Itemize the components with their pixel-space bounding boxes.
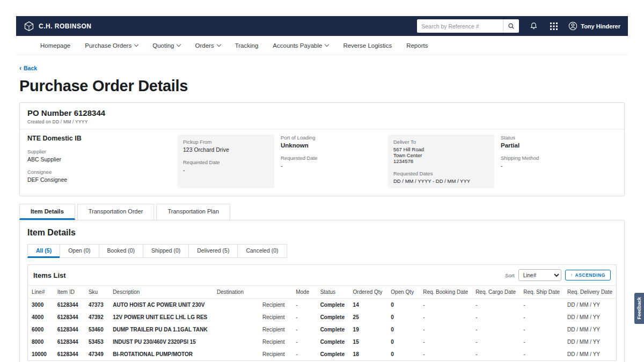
- filter-tab-canceled[interactable]: Canceled (0): [237, 244, 287, 258]
- supplier-value: ABC Supplier: [27, 156, 171, 162]
- nav-item-reports[interactable]: Reports: [406, 42, 428, 49]
- table-cell: DUMP TRAILER PU DA 1.1GAL TANK: [109, 323, 213, 336]
- table-cell: -: [519, 336, 564, 348]
- nav-item-label: Reports: [406, 42, 428, 49]
- table-cell: 0: [387, 299, 419, 312]
- tab-transportation-plan[interactable]: Transportation Plan: [156, 204, 230, 220]
- tab-transportation-order[interactable]: Transportation Order: [77, 204, 155, 220]
- table-cell: Recipient: [213, 336, 292, 348]
- table-cell: 47349: [85, 348, 109, 360]
- column-header: Sku: [85, 286, 109, 299]
- deliver-to-label: Deliver To: [393, 139, 489, 145]
- column-header: Ordered Qty: [349, 286, 387, 299]
- table-cell: -: [419, 348, 472, 360]
- filter-tab-booked[interactable]: Booked (0): [99, 244, 143, 258]
- table-cell: Complete: [317, 336, 349, 348]
- notifications-button[interactable]: [528, 20, 539, 32]
- header-actions: Tony Hinderer: [417, 19, 620, 33]
- table-cell: DD / MM / YY: [564, 311, 616, 323]
- sort-direction-button[interactable]: ↑ ASCENDING: [565, 270, 611, 280]
- table-cell: 47373: [85, 299, 109, 312]
- column-header: Description: [109, 286, 213, 299]
- table-cell: 6128344: [54, 348, 85, 360]
- table-cell: DD / MM / YY: [564, 348, 616, 360]
- nav-item-label: Quoting: [152, 42, 174, 49]
- column-header: Status: [317, 286, 349, 299]
- table-cell: -: [419, 299, 472, 312]
- nav-item-tracking[interactable]: Tracking: [235, 42, 259, 49]
- column-header: Req. Delivery Date: [564, 286, 616, 299]
- pickup-from-label: Pickup From: [183, 139, 269, 145]
- table-cell: DD / MM / YY: [564, 299, 616, 312]
- table-cell: 53460: [85, 323, 109, 336]
- user-name: Tony Hinderer: [581, 23, 620, 29]
- sort-select[interactable]: Line#: [518, 269, 561, 281]
- table-cell: 6128344: [54, 323, 85, 336]
- brand: C.H. ROBINSON: [24, 21, 92, 32]
- nav-item-label: Purchase Orders: [85, 42, 131, 49]
- nav-item-homepage[interactable]: Homepage: [40, 42, 70, 49]
- items-table-body: 3000612834447373AUTO HOIST AC POWER UNIT…: [28, 299, 616, 361]
- table-cell: DD / MM / YY: [564, 336, 616, 348]
- apps-menu-button[interactable]: [548, 20, 560, 32]
- filter-tab-open[interactable]: Open (0): [60, 244, 99, 258]
- shipping-method-value: -: [501, 162, 617, 169]
- user-menu[interactable]: Tony Hinderer: [568, 21, 620, 31]
- table-cell: Complete: [317, 348, 349, 360]
- filter-tab-delivered[interactable]: Delivered (5): [188, 244, 238, 258]
- table-cell: -: [472, 323, 519, 336]
- table-cell: 6000: [28, 323, 54, 336]
- po-col-parties: NTE Domestic IB Supplier ABC Supplier Co…: [27, 135, 171, 188]
- back-link[interactable]: ‹ Back: [19, 64, 37, 72]
- apps-grid-icon: [550, 23, 558, 30]
- tab-item-details[interactable]: Item Details: [19, 204, 75, 220]
- table-row: 6000612834453460DUMP TRAILER PU DA 1.1GA…: [28, 323, 616, 336]
- column-header: Line#: [28, 286, 54, 299]
- table-cell: -: [472, 348, 519, 360]
- filter-tab-all[interactable]: All (5): [27, 244, 60, 258]
- feedback-button[interactable]: Feedback: [634, 293, 644, 324]
- column-header: Open Qty: [387, 286, 419, 299]
- table-cell: Complete: [317, 311, 349, 323]
- port-of-loading-label: Port of Loading: [281, 135, 382, 141]
- table-cell: -: [519, 348, 564, 360]
- table-cell: -: [292, 336, 316, 348]
- table-cell: -: [472, 336, 519, 348]
- po-number: PO Number 6128344: [27, 108, 617, 117]
- table-cell: Complete: [317, 323, 349, 336]
- po-col-pickup: Pickup From 123 Orchard Drive Requested …: [178, 135, 274, 188]
- pickup-requested-date-value: -: [183, 167, 269, 173]
- nav-item-accounts-payable[interactable]: Accounts Payable: [273, 42, 328, 49]
- table-cell: 3000: [28, 299, 54, 312]
- table-row: 3000612834447373AUTO HOIST AC POWER UNIT…: [28, 299, 616, 312]
- table-cell: -: [472, 299, 519, 312]
- table-row: 400061283444739212V POWER UNIT ELEC LHL …: [28, 311, 616, 323]
- items-list-panel: Items List Sort Line# ↑ ASCENDING: [27, 264, 617, 361]
- table-cell: -: [292, 323, 316, 336]
- table-cell: -: [519, 299, 564, 312]
- nav-item-reverse-logistics[interactable]: Reverse Logistics: [343, 42, 392, 49]
- nav-item-quoting[interactable]: Quoting: [152, 42, 180, 49]
- table-cell: 12V POWER UNIT ELEC LHL LG RES: [109, 311, 213, 323]
- detail-tabs: Item Details Transportation Order Transp…: [19, 204, 625, 220]
- table-cell: 19: [349, 323, 387, 336]
- table-cell: -: [292, 311, 316, 323]
- table-cell: -: [472, 311, 519, 323]
- back-label: Back: [24, 65, 37, 71]
- search-button[interactable]: [503, 19, 519, 33]
- nav-item-orders[interactable]: Orders: [195, 42, 220, 49]
- search-input[interactable]: [417, 19, 503, 33]
- nav-item-purchase-orders[interactable]: Purchase Orders: [85, 42, 138, 49]
- user-icon: [568, 21, 577, 31]
- table-cell: -: [292, 348, 316, 360]
- table-cell: -: [519, 311, 564, 323]
- shipping-method-label: Shipping Method: [501, 155, 617, 161]
- column-header: Req. Ship Date: [519, 286, 564, 299]
- deliver-to-line3: 1234578: [393, 158, 489, 164]
- page: C.H. ROBINSON: [0, 16, 644, 362]
- table-cell: Recipient: [213, 311, 292, 323]
- filter-tab-shipped[interactable]: Shipped (0): [143, 244, 189, 258]
- table-cell: Recipient: [213, 323, 292, 336]
- table-cell: 15: [349, 336, 387, 348]
- table-row: 10000612834447349BI-ROTATIONAL PUMP/MOTO…: [28, 348, 616, 360]
